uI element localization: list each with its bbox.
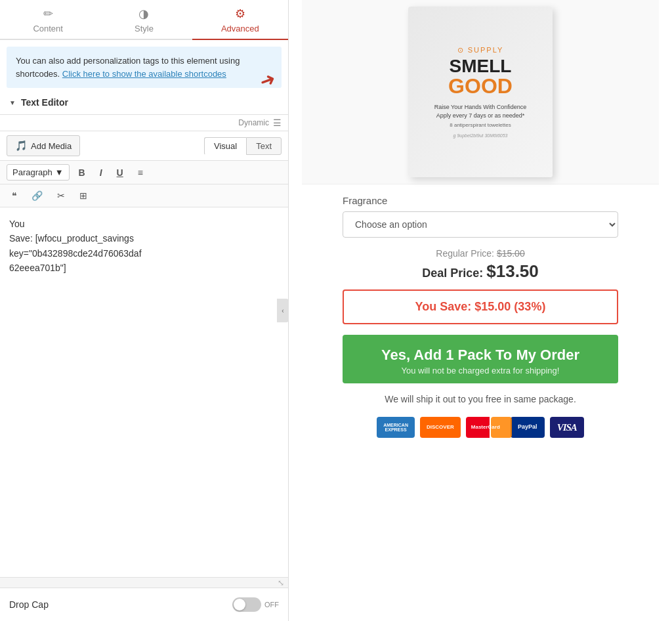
editor-line-4: 62eeea701b"]: [9, 261, 279, 275]
shortcodes-link[interactable]: Click here to show the available shortco…: [62, 69, 226, 79]
drop-cap-toggle[interactable]: OFF: [232, 597, 279, 612]
dynamic-toolbar: Dynamic ☰: [0, 114, 288, 131]
brand-name: SUPPLY: [468, 46, 504, 54]
amex-line1: AMERICAN: [383, 423, 408, 428]
visa-card: VISA: [550, 417, 584, 438]
shipping-note: We will ship it out to you free in same …: [343, 393, 618, 406]
toggle-track[interactable]: [232, 597, 261, 612]
lines-icon[interactable]: ☰: [273, 118, 282, 128]
tab-style-label: Style: [135, 24, 154, 33]
tab-content[interactable]: ✏ Content: [0, 0, 96, 40]
price-section: Regular Price: $15.00 Deal Price: $13.50: [343, 248, 618, 282]
regular-price: Regular Price: $15.00: [343, 248, 618, 259]
text-editor-title: Text Editor: [21, 97, 68, 108]
paragraph-label: Paragraph: [12, 167, 52, 177]
discover-card: DISCOVER: [420, 417, 461, 438]
payment-icons: AMERICAN EXPRESS DISCOVER MasterCard Pay…: [343, 417, 618, 438]
product-image-container: ⊙ SUPPLY SMELL GOOD Raise Your Hands Wit…: [302, 0, 659, 184]
dynamic-label: Dynamic: [238, 118, 269, 127]
mastercard-label: MasterCard: [471, 425, 500, 431]
second-toolbar: ❝ 🔗 ✂ ⊞: [0, 184, 288, 207]
deal-price-value: $13.50: [486, 261, 539, 281]
tagline-2: Apply every 7 days or as needed*: [434, 112, 527, 120]
right-panel: ⊙ SUPPLY SMELL GOOD Raise Your Hands Wit…: [289, 0, 672, 621]
section-arrow-icon: ▼: [9, 99, 16, 106]
toggle-thumb: [234, 599, 245, 610]
mastercard-card: MasterCard: [466, 417, 505, 438]
italic-button[interactable]: I: [94, 165, 108, 181]
blockquote-button[interactable]: ❝: [7, 188, 22, 203]
product-code: g 9upbel2bl9ut 30M6t6053: [453, 133, 508, 138]
editor-line-1: You: [9, 217, 279, 231]
content-icon: ✏: [43, 7, 53, 21]
toggle-state-label: OFF: [264, 601, 279, 609]
text-tab[interactable]: Text: [246, 137, 282, 155]
paragraph-select[interactable]: Paragraph ▼: [7, 164, 70, 181]
bold-button[interactable]: B: [74, 165, 91, 181]
amex-line2: EXPRESS: [385, 427, 407, 433]
fragrance-label: Fragrance: [343, 195, 618, 206]
product-title-line1: SMELL: [450, 57, 512, 75]
dropdown-arrow-icon: ▼: [55, 167, 64, 177]
tagline-1: Raise Your Hands With Confidence: [434, 103, 527, 112]
regular-price-label: Regular Price:: [436, 248, 494, 259]
editor-resize-handle[interactable]: ⤡: [0, 578, 288, 588]
info-box: You can also add personalization tags to…: [7, 47, 282, 88]
paypal-card: PayPal: [511, 417, 545, 438]
list-button[interactable]: ≡: [133, 165, 148, 181]
cta-button[interactable]: Yes, Add 1 Pack To My Order You will not…: [343, 335, 618, 383]
drop-cap-label: Drop Cap: [9, 599, 49, 610]
cta-main-text: Yes, Add 1 Pack To My Order: [356, 347, 605, 364]
add-media-button[interactable]: 🎵 Add Media: [7, 135, 80, 156]
more-button[interactable]: ✂: [52, 188, 70, 203]
product-box: ⊙ SUPPLY SMELL GOOD Raise Your Hands Wit…: [408, 7, 553, 177]
add-media-label: Add Media: [31, 141, 72, 151]
product-brand: ⊙ SUPPLY: [457, 46, 504, 54]
advanced-icon: ⚙: [235, 7, 245, 21]
brand-circle: ⊙: [457, 46, 465, 54]
deal-price-label: Deal Price:: [422, 267, 483, 280]
editor-line-2: Save: [wfocu_product_savings: [9, 231, 279, 246]
fragrance-select[interactable]: Choose an option: [343, 211, 618, 238]
link-button[interactable]: 🔗: [26, 188, 48, 203]
product-sub: 8 antiperspirant towelettes: [450, 122, 511, 128]
amex-card: AMERICAN EXPRESS: [377, 417, 415, 438]
editor-line-3: key="0b432898cde24d76063daf: [9, 246, 279, 261]
tab-bar: ✏ Content ◑ Style ⚙ Advanced: [0, 0, 288, 40]
savings-text: You Save: $15.00 (33%): [415, 300, 546, 313]
cta-sub-text: You will not be charged extra for shippi…: [356, 366, 605, 375]
view-tabs: Visual Text: [204, 137, 282, 155]
visual-tab[interactable]: Visual: [204, 137, 246, 155]
media-icon: 🎵: [15, 140, 28, 152]
product-details: Fragrance Choose an option Regular Price…: [336, 195, 625, 438]
underline-button[interactable]: U: [112, 165, 129, 181]
product-tagline: Raise Your Hands With Confidence Apply e…: [434, 103, 527, 119]
editor-controls-row: 🎵 Add Media Visual Text: [0, 131, 288, 161]
deal-price: Deal Price: $13.50: [343, 261, 618, 282]
collapse-panel-button[interactable]: ‹: [277, 299, 289, 322]
visa-label: VISA: [557, 422, 577, 433]
text-editor-section-header[interactable]: ▼ Text Editor: [0, 88, 288, 114]
drop-cap-row: Drop Cap OFF: [0, 588, 288, 621]
style-icon: ◑: [138, 7, 149, 21]
discover-label: DISCOVER: [427, 425, 454, 431]
regular-price-value: $15.00: [497, 248, 525, 259]
product-title-line2: GOOD: [448, 75, 513, 96]
resize-icon: ⤡: [278, 578, 284, 588]
tab-style[interactable]: ◑ Style: [96, 0, 192, 40]
paypal-label: PayPal: [518, 424, 537, 431]
left-panel: ✏ Content ◑ Style ⚙ Advanced You can als…: [0, 0, 289, 621]
tab-advanced-label: Advanced: [221, 24, 259, 33]
table-button[interactable]: ⊞: [74, 188, 93, 203]
formatting-toolbar: Paragraph ▼ B I U ≡: [0, 161, 288, 184]
tab-content-label: Content: [33, 24, 63, 33]
editor-content-area[interactable]: You Save: [wfocu_product_savings key="0b…: [0, 207, 288, 578]
savings-box: You Save: $15.00 (33%): [343, 289, 618, 324]
tab-advanced[interactable]: ⚙ Advanced: [192, 0, 288, 40]
